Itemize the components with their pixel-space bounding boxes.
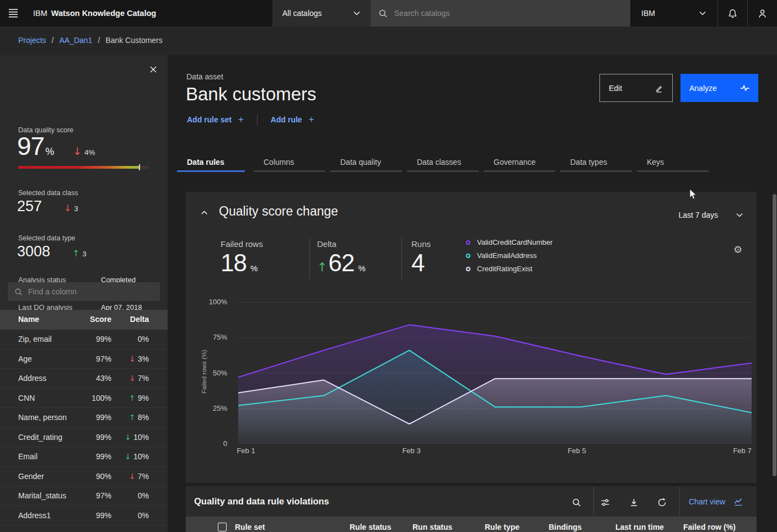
legend-item-creditratingexist[interactable]: CreditRatingExist (466, 265, 553, 273)
table-row-address[interactable]: Address43%↓7% (0, 369, 168, 389)
gear-icon[interactable]: ⚙ (733, 245, 742, 255)
tab-governance[interactable]: Governance (484, 153, 560, 172)
delta-arrow-icon: ↑ (317, 260, 327, 274)
divider (309, 238, 310, 279)
catalog-selector-dropdown[interactable]: All catalogs (272, 0, 371, 26)
cell-name: Address (18, 374, 46, 383)
divider (679, 486, 680, 517)
tab-columns[interactable]: Columns (254, 153, 330, 172)
time-range-dropdown[interactable]: Last 7 days (678, 211, 743, 219)
person-icon (758, 9, 767, 18)
chart-card-title: Quality score change (219, 204, 338, 219)
close-icon (149, 66, 157, 73)
profile-button[interactable] (747, 0, 777, 26)
breadcrumb-bar: Projects/AA_Dan1/Bank Customers (0, 26, 777, 55)
notifications-button[interactable] (717, 0, 747, 26)
tab-data-quality[interactable]: Data quality (330, 153, 407, 172)
activity-icon (740, 83, 749, 93)
delta-arrow-icon: ↑ (72, 248, 79, 259)
account-label: IBM (641, 9, 655, 18)
select-all-checkbox[interactable] (218, 523, 227, 531)
breadcrumb-item-aa-dan1[interactable]: AA_Dan1 (59, 36, 92, 45)
tab-label: Data quality (340, 158, 381, 166)
gradient-fill (18, 166, 140, 169)
delta-value: 10% (133, 452, 149, 461)
table-row-name-person[interactable]: Name, person99%↑8% (0, 408, 168, 428)
x-tick-label: Feb 7 (720, 447, 764, 455)
delta-value: 0% (138, 511, 149, 520)
tab-label: Keys (647, 158, 664, 166)
search-input[interactable] (394, 9, 623, 18)
cell-delta: ↑8% (129, 413, 149, 422)
top-header: IBM Watson Knowledge Catalog All catalog… (0, 0, 777, 26)
score-delta: 4% (84, 148, 95, 157)
breadcrumb-separator: / (98, 36, 100, 45)
stat-value: 4 (411, 251, 424, 275)
stat-label: Runs (411, 239, 431, 249)
vertical-scrollbar[interactable] (773, 194, 776, 476)
collapse-section-button[interactable] (200, 208, 208, 219)
hamburger-menu-icon[interactable] (0, 0, 26, 26)
table-row-email[interactable]: Email99%↓10% (0, 447, 168, 467)
cell-name: Email (18, 452, 37, 461)
x-tick-label: Feb 3 (389, 447, 433, 455)
cell-name: Name, person (18, 413, 67, 422)
analyze-button[interactable]: Analyze (680, 74, 758, 102)
bell-icon (728, 9, 737, 18)
edit-button-label: Edit (609, 84, 622, 93)
legend-label: ValidEmailAddress (477, 251, 537, 260)
table-row-gender[interactable]: Gender90%↓7% (0, 467, 168, 487)
breadcrumb-item-projects[interactable]: Projects (18, 36, 46, 45)
tab-underline (560, 170, 632, 172)
search-button[interactable] (571, 497, 582, 508)
cell-score: 97% (96, 491, 111, 500)
page-title: Bank customers (186, 84, 317, 105)
table-row-cnn[interactable]: CNN100%↑9% (0, 389, 168, 409)
chart-view-toggle[interactable]: Chart view (689, 497, 743, 506)
legend-label: ValidCreditCardNumber (477, 238, 553, 246)
table-row-marital-status[interactable]: Marital_status97%0% (0, 486, 168, 506)
download-button[interactable] (628, 497, 639, 508)
cell-score: 43% (96, 374, 111, 383)
refresh-button[interactable] (656, 497, 667, 508)
legend-item-validcreditcardnumber[interactable]: ValidCreditCardNumber (466, 238, 553, 246)
chart-legend: ValidCreditCardNumberValidEmailAddressCr… (466, 238, 553, 278)
stat-value: 18 (221, 251, 247, 275)
table-row-age[interactable]: Age97%↓3% (0, 350, 168, 369)
column-search (8, 282, 160, 301)
stat-unit: % (250, 264, 258, 273)
tab-underline (637, 170, 709, 172)
tab-data-rules[interactable]: Data rules (177, 153, 254, 172)
app-window: IBM Watson Knowledge Catalog All catalog… (0, 0, 777, 532)
delta-value: 7% (138, 472, 149, 481)
asset-type-label: Data asset (186, 72, 223, 81)
data-class-value: 257 ↓ 3 (17, 199, 78, 214)
tab-label: Data rules (187, 158, 224, 166)
tab-keys[interactable]: Keys (637, 153, 714, 172)
cell-score: 90% (96, 472, 111, 481)
close-sidebar-button[interactable] (148, 64, 159, 75)
divider (593, 486, 594, 517)
tab-data-types[interactable]: Data types (560, 153, 637, 172)
cell-score: 99% (96, 413, 111, 422)
tab-data-classes[interactable]: Data classes (407, 153, 484, 172)
cell-delta: 0% (138, 335, 149, 343)
table-row-credit-rating[interactable]: Credit_rating99%↓10% (0, 428, 168, 448)
account-dropdown[interactable]: IBM (630, 0, 717, 26)
filter-button[interactable] (599, 497, 610, 508)
table-row-zip-email[interactable]: Zip, email99%0% (0, 330, 168, 350)
cell-score: 99% (96, 452, 111, 461)
stat-delta: Delta ↑ 62 % (317, 239, 366, 275)
legend-item-validemailaddress[interactable]: ValidEmailAddress (466, 251, 553, 260)
violations-card: Quality and data rule violations Chart v… (186, 486, 757, 532)
tab-underline (330, 170, 402, 172)
data-class-number: 257 (17, 199, 42, 214)
tab-underline (177, 170, 245, 172)
cell-score: 99% (96, 335, 111, 343)
add-rule-set-link[interactable]: Add rule set + (187, 114, 244, 125)
add-rule-link[interactable]: Add rule + (271, 114, 314, 125)
edit-button[interactable]: Edit (599, 74, 673, 102)
column-search-input[interactable] (28, 287, 153, 296)
table-row-address1[interactable]: Address199%0% (0, 506, 168, 526)
breadcrumb-separator: / (52, 36, 54, 45)
